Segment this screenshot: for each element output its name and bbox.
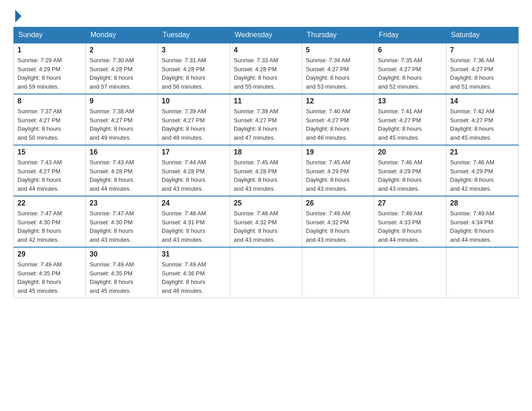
day-number: 1 [17,46,82,54]
day-number: 18 [234,148,298,156]
day-info: Sunrise: 7:45 AMSunset: 4:28 PMDaylight:… [234,158,298,193]
calendar-cell: 18Sunrise: 7:45 AMSunset: 4:28 PMDayligh… [230,145,302,196]
day-number: 19 [306,148,370,156]
calendar-cell: 22Sunrise: 7:47 AMSunset: 4:30 PMDayligh… [14,196,86,247]
day-number: 7 [450,46,515,54]
calendar-cell [302,247,374,298]
day-info: Sunrise: 7:48 AMSunset: 4:32 PMDaylight:… [234,209,298,244]
calendar-cell: 5Sunrise: 7:34 AMSunset: 4:27 PMDaylight… [302,43,374,94]
day-info: Sunrise: 7:47 AMSunset: 4:30 PMDaylight:… [17,209,82,244]
calendar-cell: 13Sunrise: 7:41 AMSunset: 4:27 PMDayligh… [374,94,446,145]
calendar-cell: 23Sunrise: 7:47 AMSunset: 4:30 PMDayligh… [86,196,158,247]
calendar-cell: 21Sunrise: 7:46 AMSunset: 4:29 PMDayligh… [446,145,519,196]
day-number: 4 [234,46,298,54]
calendar-cell: 29Sunrise: 7:49 AMSunset: 4:35 PMDayligh… [14,247,86,298]
day-number: 31 [162,250,226,258]
day-info: Sunrise: 7:33 AMSunset: 4:28 PMDaylight:… [234,56,298,91]
weekday-header-saturday: Saturday [446,27,519,43]
day-info: Sunrise: 7:43 AMSunset: 4:27 PMDaylight:… [17,158,82,193]
day-number: 16 [90,148,154,156]
calendar-cell: 9Sunrise: 7:38 AMSunset: 4:27 PMDaylight… [86,94,158,145]
calendar-cell: 10Sunrise: 7:39 AMSunset: 4:27 PMDayligh… [158,94,230,145]
calendar-cell: 11Sunrise: 7:39 AMSunset: 4:27 PMDayligh… [230,94,302,145]
calendar-cell: 3Sunrise: 7:31 AMSunset: 4:28 PMDaylight… [158,43,230,94]
day-number: 23 [90,199,154,207]
calendar-cell: 24Sunrise: 7:48 AMSunset: 4:31 PMDayligh… [158,196,230,247]
day-number: 5 [306,46,370,54]
day-number: 21 [450,148,515,156]
calendar-cell: 31Sunrise: 7:49 AMSunset: 4:36 PMDayligh… [158,247,230,298]
day-info: Sunrise: 7:36 AMSunset: 4:27 PMDaylight:… [450,56,515,91]
weekday-header-wednesday: Wednesday [230,27,302,43]
calendar-cell: 2Sunrise: 7:30 AMSunset: 4:28 PMDaylight… [86,43,158,94]
day-number: 9 [90,97,154,105]
calendar-week-row: 1Sunrise: 7:29 AMSunset: 4:29 PMDaylight… [14,43,519,94]
day-number: 8 [17,97,82,105]
calendar-cell: 28Sunrise: 7:49 AMSunset: 4:34 PMDayligh… [446,196,519,247]
calendar-cell: 12Sunrise: 7:40 AMSunset: 4:27 PMDayligh… [302,94,374,145]
calendar-week-row: 8Sunrise: 7:37 AMSunset: 4:27 PMDaylight… [14,94,519,145]
day-number: 2 [90,46,154,54]
calendar-cell: 26Sunrise: 7:49 AMSunset: 4:32 PMDayligh… [302,196,374,247]
day-info: Sunrise: 7:44 AMSunset: 4:28 PMDaylight:… [162,158,226,193]
day-info: Sunrise: 7:35 AMSunset: 4:27 PMDaylight:… [378,56,442,91]
day-number: 30 [90,250,154,258]
day-info: Sunrise: 7:31 AMSunset: 4:28 PMDaylight:… [162,56,226,91]
day-number: 3 [162,46,226,54]
calendar-week-row: 22Sunrise: 7:47 AMSunset: 4:30 PMDayligh… [14,196,519,247]
day-info: Sunrise: 7:49 AMSunset: 4:34 PMDaylight:… [450,209,515,244]
calendar-cell [374,247,446,298]
day-info: Sunrise: 7:43 AMSunset: 4:28 PMDaylight:… [90,158,154,193]
day-info: Sunrise: 7:49 AMSunset: 4:36 PMDaylight:… [162,260,226,295]
day-number: 27 [378,199,442,207]
weekday-header-tuesday: Tuesday [158,27,230,43]
day-info: Sunrise: 7:34 AMSunset: 4:27 PMDaylight:… [306,56,370,91]
calendar-cell: 14Sunrise: 7:42 AMSunset: 4:27 PMDayligh… [446,94,519,145]
day-number: 10 [162,97,226,105]
day-info: Sunrise: 7:49 AMSunset: 4:35 PMDaylight:… [17,260,82,295]
day-info: Sunrise: 7:46 AMSunset: 4:29 PMDaylight:… [378,158,442,193]
page-header [13,9,519,22]
calendar-cell: 20Sunrise: 7:46 AMSunset: 4:29 PMDayligh… [374,145,446,196]
calendar-cell: 19Sunrise: 7:45 AMSunset: 4:29 PMDayligh… [302,145,374,196]
calendar-table: SundayMondayTuesdayWednesdayThursdayFrid… [13,27,519,298]
day-number: 29 [17,250,82,258]
calendar-week-row: 15Sunrise: 7:43 AMSunset: 4:27 PMDayligh… [14,145,519,196]
calendar-cell: 27Sunrise: 7:49 AMSunset: 4:33 PMDayligh… [374,196,446,247]
calendar-cell: 7Sunrise: 7:36 AMSunset: 4:27 PMDaylight… [446,43,519,94]
day-number: 14 [450,97,515,105]
day-info: Sunrise: 7:48 AMSunset: 4:31 PMDaylight:… [162,209,226,244]
day-number: 28 [450,199,515,207]
day-number: 6 [378,46,442,54]
calendar-cell: 16Sunrise: 7:43 AMSunset: 4:28 PMDayligh… [86,145,158,196]
calendar-cell [230,247,302,298]
day-info: Sunrise: 7:41 AMSunset: 4:27 PMDaylight:… [378,107,442,142]
calendar-cell: 4Sunrise: 7:33 AMSunset: 4:28 PMDaylight… [230,43,302,94]
day-info: Sunrise: 7:30 AMSunset: 4:28 PMDaylight:… [90,56,154,91]
day-number: 22 [17,199,82,207]
day-info: Sunrise: 7:39 AMSunset: 4:27 PMDaylight:… [162,107,226,142]
day-info: Sunrise: 7:39 AMSunset: 4:27 PMDaylight:… [234,107,298,142]
day-number: 12 [306,97,370,105]
calendar-cell: 17Sunrise: 7:44 AMSunset: 4:28 PMDayligh… [158,145,230,196]
day-info: Sunrise: 7:45 AMSunset: 4:29 PMDaylight:… [306,158,370,193]
calendar-cell: 6Sunrise: 7:35 AMSunset: 4:27 PMDaylight… [374,43,446,94]
calendar-cell: 25Sunrise: 7:48 AMSunset: 4:32 PMDayligh… [230,196,302,247]
day-info: Sunrise: 7:47 AMSunset: 4:30 PMDaylight:… [90,209,154,244]
day-number: 24 [162,199,226,207]
day-number: 26 [306,199,370,207]
day-info: Sunrise: 7:49 AMSunset: 4:35 PMDaylight:… [90,260,154,295]
day-number: 13 [378,97,442,105]
calendar-week-row: 29Sunrise: 7:49 AMSunset: 4:35 PMDayligh… [14,247,519,298]
day-info: Sunrise: 7:42 AMSunset: 4:27 PMDaylight:… [450,107,515,142]
day-info: Sunrise: 7:40 AMSunset: 4:27 PMDaylight:… [306,107,370,142]
weekday-header-monday: Monday [86,27,158,43]
day-info: Sunrise: 7:29 AMSunset: 4:29 PMDaylight:… [17,56,82,91]
calendar-cell [446,247,519,298]
weekday-header-thursday: Thursday [302,27,374,43]
calendar-cell: 8Sunrise: 7:37 AMSunset: 4:27 PMDaylight… [14,94,86,145]
day-number: 11 [234,97,298,105]
calendar-cell: 15Sunrise: 7:43 AMSunset: 4:27 PMDayligh… [14,145,86,196]
day-number: 15 [17,148,82,156]
calendar-cell: 30Sunrise: 7:49 AMSunset: 4:35 PMDayligh… [86,247,158,298]
